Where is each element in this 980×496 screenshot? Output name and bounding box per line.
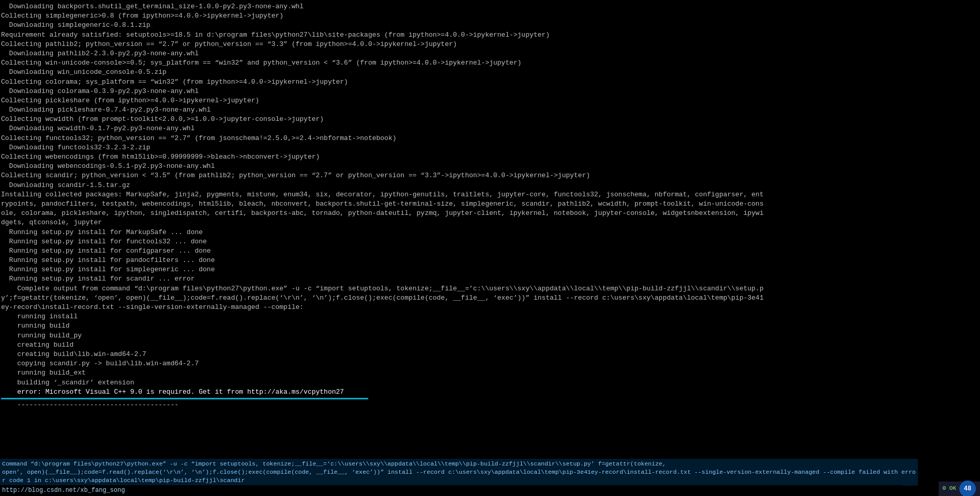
line-37: creating build	[1, 340, 979, 350]
line-35: running build	[1, 321, 979, 331]
line-39: copying scandir.py -> build\lib.win-amd6…	[1, 359, 979, 368]
url-text: http://blog.csdn.net/xb_fang_song	[2, 487, 125, 494]
line-32: y’;f=getattr(tokenize, ‘open’, open)(__f…	[1, 293, 979, 303]
line-40: running build_ext	[1, 368, 979, 378]
line-27: Running setup.py install for configparse…	[1, 246, 979, 256]
line-20: Downloading scandir-1.5.tar.gz	[1, 181, 979, 190]
line-separator: ----------------------------------------	[1, 400, 979, 410]
line-14: Downloading wcwidth-0.1.7-py2.py3-none-a…	[1, 124, 979, 133]
url-status-bar: http://blog.csdn.net/xb_fang_song	[0, 485, 902, 496]
line-1: Downloading backports.shutil_get_termina…	[1, 2, 979, 11]
line-34: running install	[1, 312, 979, 321]
line-13: Collecting wcwidth (from prompt-toolkit<…	[1, 115, 979, 124]
line-29: Running setup.py install for simplegener…	[1, 265, 979, 274]
line-19: Collecting scandir; python_version < “3.…	[1, 171, 979, 180]
bottom-status-bar: Command “d:\program files\python27\pytho…	[0, 459, 918, 486]
line-8: Downloading win_unicode_console-0.5.zip	[1, 68, 979, 77]
line-25: Running setup.py install for MarkupSafe …	[1, 228, 979, 237]
line-38: creating build\lib.win-amd64-2.7	[1, 350, 979, 359]
line-6: Downloading pathlib2-2.3.0-py2.py3-none-…	[1, 49, 979, 58]
line-41: building ‘_scandir’ extension	[1, 378, 979, 388]
cyan-separator-bar	[1, 398, 368, 399]
line-12: Downloading pickleshare-0.7.4-py2.py3-no…	[1, 105, 979, 115]
line-error: error: Microsoft Visual C++ 9.0 is requi…	[1, 388, 979, 397]
line-2: Collecting simplegeneric>0.8 (from ipyth…	[1, 11, 979, 21]
line-16: Downloading functools32-3.2.3-2.zip	[1, 143, 979, 152]
line-23: ole, colorama, pickleshare, ipython, sin…	[1, 209, 979, 218]
line-24: dgets, qtconsole, jupyter	[1, 218, 979, 227]
line-22: rypoints, pandocfilters, testpath, weben…	[1, 199, 979, 209]
line-33: ey-record\install-record.txt --single-ve…	[1, 303, 979, 312]
line-11: Collecting pickleshare (from ipython>=4.…	[1, 96, 979, 105]
line-4: Requirement already satisfied: setuptool…	[1, 30, 979, 40]
line-30: Running setup.py install for scandir ...…	[1, 274, 979, 284]
ok-status: 0 OK	[943, 485, 956, 492]
line-5: Collecting pathlib2; python_version == “…	[1, 40, 979, 49]
line-28: Running setup.py install for pandocfilte…	[1, 256, 979, 265]
line-31: Complete output from command “d:\program…	[1, 284, 979, 293]
line-36: running build_py	[1, 331, 979, 340]
line-15: Collecting functools32; python_version =…	[1, 134, 979, 143]
line-18: Downloading webencodings-0.5.1-py2.py3-n…	[1, 162, 979, 171]
line-7: Collecting win-unicode-console>=0.5; sys…	[1, 58, 979, 68]
taskbar-clock: 0 OK 48	[939, 482, 980, 496]
terminal: Downloading backports.shutil_get_termina…	[0, 0, 980, 496]
line-10: Downloading colorama-0.3.9-py2.py3-none-…	[1, 87, 979, 96]
clock-circle: 48	[959, 481, 976, 496]
line-9: Collecting colorama; sys_platform == “wi…	[1, 78, 979, 87]
line-3: Downloading simplegeneric-0.8.1.zip	[1, 21, 979, 30]
line-26: Running setup.py install for functools32…	[1, 237, 979, 246]
line-17: Collecting webencodings (from html5lib>=…	[1, 152, 979, 162]
line-21: Installing collected packages: MarkupSaf…	[1, 190, 979, 199]
